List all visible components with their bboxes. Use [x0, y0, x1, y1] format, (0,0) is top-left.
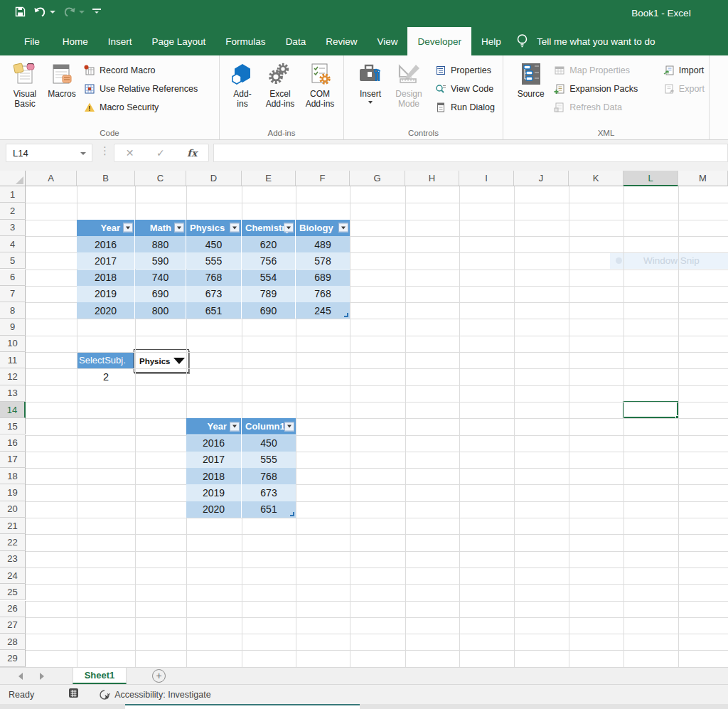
column-header-I[interactable]: I: [459, 171, 514, 186]
insert-control-button[interactable]: Insert: [354, 58, 387, 104]
row-header-11[interactable]: 11: [0, 352, 26, 368]
filter-dropdown-icon[interactable]: [174, 223, 184, 233]
row-header-1[interactable]: 1: [0, 186, 26, 203]
tab-data[interactable]: Data: [276, 27, 316, 55]
scores-table-cell[interactable]: 2020: [77, 302, 135, 319]
column-header-J[interactable]: J: [514, 171, 569, 186]
refresh-data-button[interactable]: Refresh Data: [554, 98, 659, 117]
scores-table-cell[interactable]: 590: [135, 252, 186, 269]
column-header-D[interactable]: D: [186, 171, 242, 186]
scores-table-cell[interactable]: 756: [242, 252, 296, 269]
scores-table-cell[interactable]: 2019: [77, 286, 135, 302]
macro-security-button[interactable]: Macro Security: [84, 98, 198, 117]
scores-table-cell[interactable]: 768: [186, 270, 242, 286]
source-button[interactable]: Source: [513, 58, 548, 99]
properties-button[interactable]: Properties: [435, 61, 495, 80]
row-header-28[interactable]: 28: [0, 634, 26, 650]
scores-table-cell[interactable]: 2016: [77, 236, 135, 252]
row-header-27[interactable]: 27: [0, 617, 26, 634]
scores-table-cell[interactable]: 2017: [77, 252, 135, 269]
row-header-19[interactable]: 19: [0, 484, 26, 501]
formula-input[interactable]: [213, 144, 728, 162]
scores-table-cell[interactable]: 690: [135, 286, 186, 302]
row-header-5[interactable]: 5: [0, 252, 26, 269]
row-header-29[interactable]: 29: [0, 650, 26, 666]
result-table-cell[interactable]: 673: [242, 484, 296, 501]
expansion-packs-button[interactable]: Expansion Packs: [554, 80, 659, 98]
result-table-cell[interactable]: 2020: [186, 501, 242, 518]
tab-file[interactable]: File: [11, 27, 53, 55]
record-macro-button[interactable]: Record Macro: [84, 61, 198, 80]
enter-icon[interactable]: ✓: [156, 147, 165, 159]
macro-record-icon[interactable]: [68, 688, 79, 701]
result-table-cell[interactable]: 555: [242, 452, 296, 468]
result-table-header-column1[interactable]: Column1: [242, 418, 296, 435]
row-header-16[interactable]: 16: [0, 435, 26, 452]
scores-table-header-biology[interactable]: Biology: [296, 220, 350, 236]
design-mode-button[interactable]: Design Mode: [390, 58, 428, 110]
row-header-22[interactable]: 22: [0, 534, 26, 550]
result-table-cell[interactable]: 2019: [186, 484, 242, 501]
export-button[interactable]: Export: [663, 80, 705, 98]
com-addins-button[interactable]: COM Add-ins: [301, 58, 339, 110]
scores-table-cell[interactable]: 245: [296, 302, 350, 319]
scores-table-cell[interactable]: 450: [186, 236, 242, 252]
result-table-cell[interactable]: 768: [242, 468, 296, 484]
tab-page-layout[interactable]: Page Layout: [142, 27, 216, 55]
result-table-cell[interactable]: 2018: [186, 468, 242, 484]
select-all-corner[interactable]: [0, 171, 26, 186]
macros-button[interactable]: Macros: [44, 58, 80, 99]
use-relative-references-button[interactable]: Use Relative References: [84, 80, 198, 98]
column-header-G[interactable]: G: [350, 171, 405, 186]
scores-table-header-physics[interactable]: Physics: [186, 220, 242, 236]
next-sheet-icon[interactable]: [40, 673, 44, 680]
row-header-21[interactable]: 21: [0, 518, 26, 534]
insert-function-icon[interactable]: fx: [187, 147, 197, 159]
cancel-icon[interactable]: ✕: [126, 147, 134, 159]
scores-table-header-chemistry[interactable]: Chemistry: [242, 220, 296, 236]
scores-table-cell[interactable]: 578: [296, 252, 350, 269]
row-header-25[interactable]: 25: [0, 584, 26, 600]
scores-table-cell[interactable]: 673: [186, 286, 242, 302]
tell-me-box[interactable]: Tell me what you want to do: [516, 27, 655, 55]
customize-quick-access-icon[interactable]: [92, 7, 102, 17]
scores-table-cell[interactable]: 651: [186, 302, 242, 319]
tab-home[interactable]: Home: [53, 27, 98, 55]
row-header-12[interactable]: 12: [0, 368, 26, 385]
row-header-3[interactable]: 3: [0, 220, 26, 236]
name-box[interactable]: L14: [6, 144, 92, 162]
column-header-H[interactable]: H: [405, 171, 459, 186]
row-header-26[interactable]: 26: [0, 601, 26, 617]
subject-index-cell[interactable]: 2: [77, 368, 135, 385]
result-table-cell[interactable]: 2016: [186, 435, 242, 452]
scores-table-cell[interactable]: 800: [135, 302, 186, 319]
scores-table-cell[interactable]: 880: [135, 236, 186, 252]
column-header-M[interactable]: M: [678, 171, 728, 186]
column-header-A[interactable]: A: [26, 171, 77, 186]
select-subject-cell[interactable]: SelectSubj.: [77, 352, 135, 368]
excel-addins-button[interactable]: Excel Add-ins: [259, 58, 301, 110]
column-header-C[interactable]: C: [135, 171, 186, 186]
view-code-button[interactable]: View Code: [435, 80, 495, 98]
row-header-23[interactable]: 23: [0, 551, 26, 567]
insert-dropdown-icon[interactable]: [368, 101, 373, 104]
row-header-15[interactable]: 15: [0, 418, 26, 435]
accessibility-status[interactable]: Accessibility: Investigate: [99, 689, 210, 700]
row-header-8[interactable]: 8: [0, 302, 26, 319]
filter-dropdown-icon[interactable]: [338, 223, 348, 233]
filter-dropdown-icon[interactable]: [123, 223, 133, 233]
filter-dropdown-icon[interactable]: [230, 422, 240, 431]
new-sheet-button[interactable]: +: [152, 669, 166, 683]
redo-dropdown-icon[interactable]: [79, 11, 85, 14]
row-header-7[interactable]: 7: [0, 286, 26, 302]
column-header-B[interactable]: B: [77, 171, 135, 186]
fill-handle[interactable]: [675, 415, 680, 420]
filter-dropdown-icon[interactable]: [230, 223, 240, 233]
row-header-9[interactable]: 9: [0, 319, 26, 335]
column-header-E[interactable]: E: [242, 171, 296, 186]
import-button[interactable]: Import: [663, 61, 705, 80]
scores-table-cell[interactable]: 740: [135, 270, 186, 286]
row-header-6[interactable]: 6: [0, 270, 26, 286]
row-header-24[interactable]: 24: [0, 567, 26, 584]
scores-table-cell[interactable]: 690: [242, 302, 296, 319]
